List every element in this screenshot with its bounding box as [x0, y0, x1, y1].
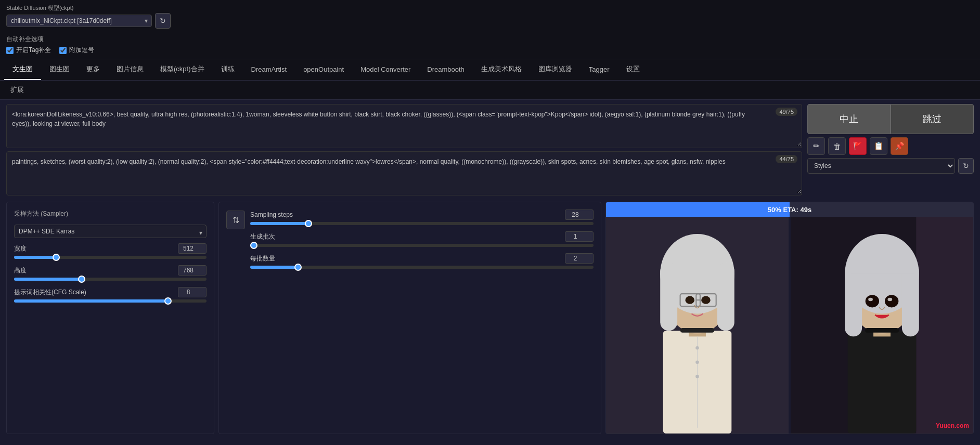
batch-count-label: 生成批次	[250, 232, 275, 241]
width-track	[14, 256, 207, 259]
height-value[interactable]	[178, 265, 207, 276]
svg-rect-6	[717, 263, 734, 331]
progress-fill	[606, 202, 790, 217]
stop-button[interactable]: 中止	[807, 104, 891, 134]
sampling-steps-thumb[interactable]	[305, 220, 312, 227]
negative-prompt-input[interactable]: paintings, sketches, (worst quality:2), …	[7, 152, 802, 193]
add-comma-checkbox[interactable]	[59, 47, 67, 54]
watermark: Yuuen.com	[936, 422, 969, 429]
tab-model-merge[interactable]: 模型(ckpt)合并	[152, 59, 213, 80]
swap-dimensions-button[interactable]: ⇅	[226, 211, 245, 229]
settings-left: 采样方法 (Sampler) DPM++ SDE Karras Euler a …	[6, 202, 214, 434]
tab-model-converter[interactable]: Model Converter	[352, 60, 419, 80]
model-section: Stable Diffusion 模型(ckpt) chilloutmix_Ni…	[6, 4, 171, 29]
sampler-label: 采样方法 (Sampler)	[14, 210, 68, 218]
tab-train[interactable]: 训练	[213, 59, 243, 80]
styles-select[interactable]: Styles	[807, 158, 955, 174]
tab-dreamartist[interactable]: DreamArtist	[243, 60, 295, 80]
width-slider-row: 宽度	[14, 243, 207, 259]
add-comma-label: 附加逗号	[69, 46, 94, 55]
sampler-label-row: 采样方法 (Sampler)	[14, 210, 207, 218]
cfg-label: 提示词相关性(CFG Scale)	[14, 288, 86, 297]
tab-img2img[interactable]: 图生图	[41, 59, 78, 80]
negative-prompt-box: 44/75 paintings, sketches, (worst qualit…	[6, 151, 802, 195]
tab-txt2img[interactable]: 文生图	[4, 59, 41, 80]
sampling-steps-header: Sampling steps	[250, 210, 594, 220]
batch-count-slider-row: 生成批次	[250, 231, 594, 247]
tab-more[interactable]: 更多	[78, 59, 108, 80]
tab-tagger[interactable]: Tagger	[581, 60, 618, 80]
styles-refresh-button[interactable]: ↻	[958, 158, 974, 174]
batch-size-thumb[interactable]	[294, 264, 302, 271]
paste-button[interactable]: 📌	[891, 137, 908, 155]
main-tabs-nav: 文生图 图生图 更多 图片信息 模型(ckpt)合并 训练 DreamArtis…	[0, 59, 980, 81]
model-select-wrapper: chilloutmix_NiCkpt.ckpt [3a17d0deff]	[6, 15, 152, 27]
top-bar: Stable Diffusion 模型(ckpt) chilloutmix_Ni…	[0, 0, 980, 32]
icon-row: ✏ 🗑 🚩 📋 📌	[807, 137, 974, 155]
sampling-steps-value[interactable]	[565, 210, 594, 220]
svg-point-15	[695, 360, 699, 364]
batch-count-header: 生成批次	[250, 231, 594, 242]
tab-extensions[interactable]: 扩展	[4, 83, 30, 97]
main-content: 49/75 <lora:koreanDollLikeness_v10:0.66>…	[0, 100, 980, 438]
batch-size-slider-row: 每批数量	[250, 253, 594, 269]
trash-button[interactable]: 🗑	[828, 137, 846, 155]
tab-settings[interactable]: 设置	[618, 59, 648, 80]
skip-button[interactable]: 跳过	[891, 104, 974, 134]
batch-size-header: 每批数量	[250, 253, 594, 264]
sampling-steps-fill	[250, 222, 308, 225]
tab-outpaint[interactable]: openOutpaint	[295, 60, 352, 80]
settings-middle: ⇅ Sampling steps	[218, 202, 601, 434]
middle-inner: ⇅ Sampling steps	[226, 210, 594, 275]
positive-prompt-input[interactable]: <lora:koreanDollLikeness_v10:0.66>, best…	[7, 104, 802, 146]
generated-image-1	[606, 217, 789, 434]
sampling-steps-track	[250, 222, 594, 225]
model-select[interactable]: chilloutmix_NiCkpt.ckpt [3a17d0deff]	[6, 15, 152, 27]
tab-gallery[interactable]: 图库浏览器	[530, 59, 581, 80]
model-refresh-button[interactable]: ↻	[155, 13, 171, 29]
image-svg-1	[606, 217, 789, 434]
tab-png-info[interactable]: 图片信息	[108, 59, 152, 80]
batch-count-thumb[interactable]	[250, 242, 257, 249]
svg-rect-5	[660, 263, 677, 331]
width-thumb[interactable]	[53, 254, 60, 261]
copy-button[interactable]: 📋	[870, 137, 887, 155]
batch-count-value[interactable]	[565, 231, 594, 242]
tab-art-style[interactable]: 生成美术风格	[473, 59, 530, 80]
image-row: Yuuen.com	[606, 217, 973, 434]
svg-rect-19	[848, 331, 917, 433]
svg-point-11	[701, 296, 711, 304]
flag-button[interactable]: 🚩	[849, 137, 867, 155]
positive-prompt-counter: 49/75	[776, 108, 797, 116]
prompt-area-wrap: 49/75 <lora:koreanDollLikeness_v10:0.66>…	[6, 104, 802, 195]
autocomplete-section: 自动补全选项 开启Tag补全 附加逗号	[0, 32, 980, 59]
cfg-thumb[interactable]	[164, 297, 172, 305]
height-label: 高度	[14, 266, 27, 275]
width-value[interactable]	[178, 243, 207, 254]
tag-autocomplete-label: 开启Tag补全	[16, 46, 51, 55]
settings-section: 采样方法 (Sampler) DPM++ SDE Karras Euler a …	[6, 202, 974, 434]
positive-prompt-box: 49/75 <lora:koreanDollLikeness_v10:0.66>…	[6, 104, 802, 148]
svg-rect-30	[865, 328, 899, 333]
edit-button[interactable]: ✏	[807, 137, 825, 155]
styles-row: Styles ↻	[807, 158, 974, 174]
width-label: 宽度	[14, 244, 27, 253]
tag-autocomplete-checkbox[interactable]	[6, 47, 14, 54]
cfg-value[interactable]	[178, 287, 207, 297]
sampling-steps-label: Sampling steps	[250, 211, 293, 218]
add-comma-checkbox-item[interactable]: 附加逗号	[59, 46, 94, 55]
image-svg-2	[791, 217, 973, 434]
svg-point-28	[868, 298, 873, 302]
tab-dreambooth[interactable]: Dreambooth	[419, 60, 473, 80]
progress-text: 50% ETA: 49s	[768, 206, 811, 214]
svg-rect-18	[916, 217, 973, 434]
middle-controls: Sampling steps 生成批次	[250, 210, 594, 275]
batch-size-value[interactable]	[565, 253, 594, 264]
height-slider-header: 高度	[14, 265, 207, 276]
height-fill	[14, 278, 82, 281]
sampler-select[interactable]: DPM++ SDE Karras Euler a Euler DDIM	[14, 225, 207, 238]
svg-point-16	[695, 375, 699, 378]
height-thumb[interactable]	[78, 276, 85, 283]
cfg-slider-row: 提示词相关性(CFG Scale)	[14, 287, 207, 303]
tag-autocomplete-checkbox-item[interactable]: 开启Tag补全	[6, 46, 51, 55]
